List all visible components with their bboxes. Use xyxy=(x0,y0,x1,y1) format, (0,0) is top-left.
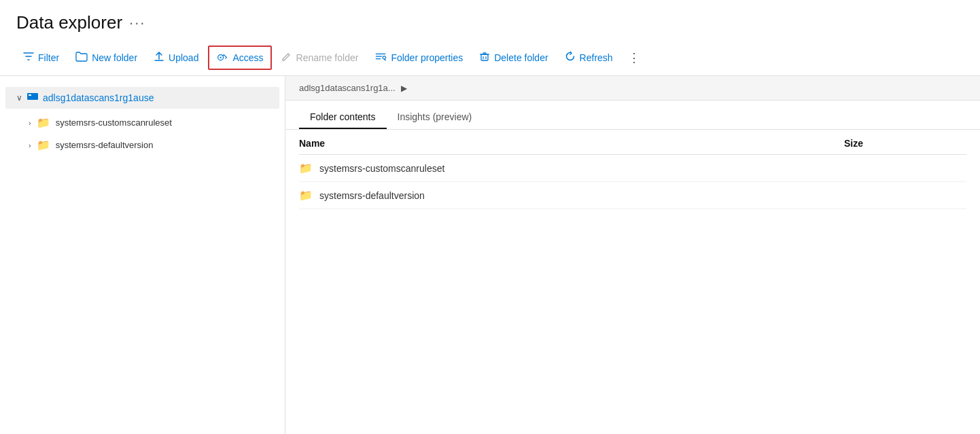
sidebar-child-label-2: systemsrs-defaultversion xyxy=(56,140,154,150)
column-size-header: Size xyxy=(844,138,966,149)
new-folder-button[interactable]: New folder xyxy=(69,47,144,69)
page-title: Data explorer xyxy=(16,12,122,33)
table-header: Name Size xyxy=(299,130,966,155)
new-folder-label: New folder xyxy=(92,52,137,63)
rename-folder-icon xyxy=(281,51,292,65)
row-1-name: 📁 systemsrs-customscanruleset xyxy=(299,162,844,175)
folder-properties-button[interactable]: Folder properties xyxy=(368,47,470,69)
column-name-header: Name xyxy=(299,138,844,149)
sidebar-child-label-1: systemsrs-customscanruleset xyxy=(56,117,172,128)
svg-rect-12 xyxy=(29,94,31,96)
folder-icon-2: 📁 xyxy=(37,139,50,151)
upload-icon xyxy=(154,51,164,65)
svg-point-5 xyxy=(383,56,387,60)
access-button[interactable]: Access xyxy=(208,46,271,70)
access-label: Access xyxy=(232,52,263,63)
filter-label: Filter xyxy=(38,52,59,63)
sidebar-root-item[interactable]: ∨ adlsg1datascans1rg1ause xyxy=(5,87,279,109)
rename-folder-button[interactable]: Rename folder xyxy=(275,47,366,69)
delete-folder-button[interactable]: Delete folder xyxy=(472,47,555,69)
expand-chevron-2: › xyxy=(29,141,31,149)
upload-button[interactable]: Upload xyxy=(147,47,205,69)
access-icon xyxy=(216,51,228,65)
toolbar: Filter New folder Upload xyxy=(0,40,980,76)
toolbar-more-icon: ⋮ xyxy=(628,50,641,65)
collapse-chevron: ∨ xyxy=(16,93,22,103)
content-area: adlsg1datascans1rg1a... ▶ Folder content… xyxy=(285,76,980,434)
filter-button[interactable]: Filter xyxy=(16,47,66,69)
tabs-container: Folder contents Insights (preview) xyxy=(285,106,980,130)
toolbar-more-button[interactable]: ⋮ xyxy=(623,46,646,69)
breadcrumb-bar: adlsg1datascans1rg1a... ▶ xyxy=(285,76,980,101)
new-folder-icon xyxy=(75,51,88,65)
svg-point-1 xyxy=(220,56,222,58)
refresh-label: Refresh xyxy=(580,52,613,63)
sidebar-item-customscanruleset[interactable]: › 📁 systemsrs-customscanruleset xyxy=(0,111,285,134)
row-2-folder-icon: 📁 xyxy=(299,189,313,202)
tab-insights-preview[interactable]: Insights (preview) xyxy=(387,106,483,129)
breadcrumb-text: adlsg1datascans1rg1a... xyxy=(299,83,396,93)
refresh-icon xyxy=(565,51,576,65)
page-header: Data explorer ··· xyxy=(0,0,980,40)
folder-properties-label: Folder properties xyxy=(391,52,463,63)
svg-rect-11 xyxy=(27,93,38,100)
folder-properties-icon xyxy=(374,51,387,65)
row-2-name: 📁 systemsrs-defaultversion xyxy=(299,189,844,202)
delete-folder-label: Delete folder xyxy=(494,52,548,63)
tab-folder-contents[interactable]: Folder contents xyxy=(299,106,387,129)
more-options-header[interactable]: ··· xyxy=(129,14,145,32)
filter-icon xyxy=(23,51,34,65)
upload-label: Upload xyxy=(169,52,198,63)
table-row[interactable]: 📁 systemsrs-defaultversion xyxy=(299,182,966,209)
sidebar: ∨ adlsg1datascans1rg1ause › 📁 systemsrs-… xyxy=(0,76,285,434)
storage-icon xyxy=(27,91,39,105)
refresh-button[interactable]: Refresh xyxy=(558,47,620,69)
main-area: ∨ adlsg1datascans1rg1ause › 📁 systemsrs-… xyxy=(0,76,980,434)
sidebar-item-defaultversion[interactable]: › 📁 systemsrs-defaultversion xyxy=(0,134,285,156)
table-area: Name Size 📁 systemsrs-customscanruleset … xyxy=(285,130,980,434)
svg-line-6 xyxy=(385,59,386,60)
table-row[interactable]: 📁 systemsrs-customscanruleset xyxy=(299,155,966,182)
delete-folder-icon xyxy=(479,51,490,65)
expand-chevron-1: › xyxy=(29,119,31,127)
folder-icon-1: 📁 xyxy=(37,116,50,129)
sidebar-root-label: adlsg1datascans1rg1ause xyxy=(43,92,154,103)
row-1-folder-icon: 📁 xyxy=(299,162,313,175)
rename-folder-label: Rename folder xyxy=(296,52,359,63)
page: Data explorer ··· Filter New folder xyxy=(0,0,980,434)
svg-rect-7 xyxy=(481,54,488,60)
breadcrumb-arrow-icon[interactable]: ▶ xyxy=(401,84,407,93)
